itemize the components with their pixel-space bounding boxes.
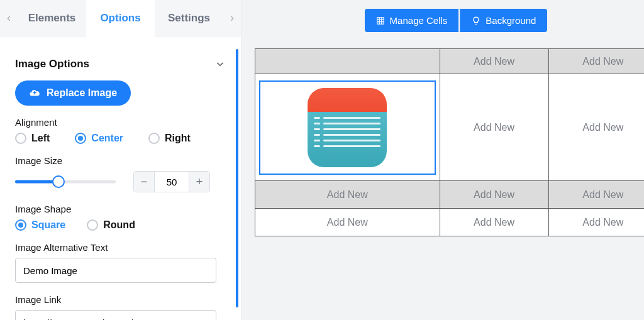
grid-cell-add-new[interactable]: Add New bbox=[548, 209, 644, 236]
alignment-left-label: Left bbox=[31, 133, 50, 144]
bulb-icon bbox=[472, 16, 480, 25]
radio-circle-icon bbox=[148, 133, 160, 144]
demo-image-icon bbox=[308, 88, 387, 167]
alignment-right-label: Right bbox=[165, 133, 191, 144]
alignment-left-radio[interactable]: Left bbox=[15, 133, 50, 144]
grid-cell-add-new[interactable]: Add New bbox=[440, 209, 548, 236]
grid-cell-add-new[interactable]: Add New bbox=[440, 181, 548, 209]
image-size-input[interactable] bbox=[154, 172, 189, 192]
tab-settings[interactable]: Settings bbox=[155, 0, 223, 36]
slider-thumb[interactable] bbox=[52, 175, 65, 188]
shape-square-label: Square bbox=[31, 219, 65, 231]
grid-cell[interactable] bbox=[255, 49, 440, 74]
radio-circle-icon bbox=[15, 219, 26, 231]
image-shape-label: Image Shape bbox=[15, 204, 226, 214]
stepper-decrement-button[interactable]: − bbox=[134, 172, 154, 192]
editor-canvas: Manage Cells Background Add New Add New bbox=[242, 0, 644, 320]
image-size-stepper: − + bbox=[133, 171, 210, 192]
image-size-label: Image Size bbox=[15, 155, 226, 166]
selected-image-frame bbox=[259, 80, 436, 175]
alignment-center-label: Center bbox=[91, 133, 123, 144]
grid-cell-add-new[interactable]: Add New bbox=[548, 49, 644, 74]
grid-cell-add-new[interactable]: Add New bbox=[255, 209, 440, 236]
alignment-right-radio[interactable]: Right bbox=[148, 133, 191, 144]
options-panel: Image Options Replace Image Alignment Le… bbox=[0, 36, 241, 320]
grid-icon bbox=[376, 16, 385, 25]
replace-image-button[interactable]: Replace Image bbox=[15, 80, 131, 106]
chevron-down-icon bbox=[214, 58, 226, 70]
layout-grid: Add New Add New bbox=[255, 48, 644, 236]
radio-circle-icon bbox=[15, 133, 26, 144]
manage-cells-label: Manage Cells bbox=[390, 15, 448, 26]
image-link-input[interactable] bbox=[15, 310, 216, 320]
tabs-next-arrow[interactable]: › bbox=[223, 11, 241, 25]
radio-circle-icon bbox=[87, 219, 98, 231]
grid-cell-add-new[interactable]: Add New bbox=[548, 74, 644, 181]
grid-cell-add-new[interactable]: Add New bbox=[548, 181, 644, 209]
alignment-center-radio[interactable]: Center bbox=[75, 133, 123, 144]
alt-text-input[interactable] bbox=[15, 258, 216, 283]
manage-cells-button[interactable]: Manage Cells bbox=[365, 9, 459, 32]
replace-image-label: Replace Image bbox=[47, 87, 117, 99]
grid-cell-add-new[interactable]: Add New bbox=[255, 181, 440, 209]
upload-cloud-icon bbox=[29, 87, 40, 99]
image-size-slider[interactable] bbox=[15, 175, 116, 188]
alignment-radio-group: Left Center Right bbox=[15, 133, 226, 144]
canvas-toolbar: Manage Cells Background bbox=[255, 9, 644, 32]
background-label: Background bbox=[486, 15, 536, 26]
tab-options[interactable]: Options bbox=[86, 0, 155, 36]
section-header-image-options[interactable]: Image Options bbox=[15, 58, 226, 70]
shape-round-label: Round bbox=[103, 219, 135, 231]
tab-elements[interactable]: Elements bbox=[18, 0, 86, 36]
radio-circle-icon bbox=[75, 133, 86, 144]
grid-cell-image-selected[interactable] bbox=[255, 74, 440, 181]
tabs-prev-arrow[interactable]: ‹ bbox=[0, 11, 18, 25]
alignment-label: Alignment bbox=[15, 117, 226, 128]
alt-text-label: Image Alternative Text bbox=[15, 242, 226, 253]
options-sidebar: ‹ Elements Options Settings › Image Opti… bbox=[0, 0, 242, 320]
shape-square-radio[interactable]: Square bbox=[15, 219, 65, 231]
background-button[interactable]: Background bbox=[460, 9, 547, 32]
shape-round-radio[interactable]: Round bbox=[87, 219, 135, 231]
sidebar-tabs: ‹ Elements Options Settings › bbox=[0, 0, 241, 36]
image-link-label: Image Link bbox=[15, 294, 226, 305]
grid-cell-add-new[interactable]: Add New bbox=[440, 74, 548, 181]
shape-radio-group: Square Round bbox=[15, 219, 226, 231]
stepper-increment-button[interactable]: + bbox=[189, 172, 209, 192]
grid-cell-add-new[interactable]: Add New bbox=[440, 49, 548, 74]
section-title: Image Options bbox=[15, 58, 89, 70]
svg-rect-0 bbox=[377, 17, 384, 24]
